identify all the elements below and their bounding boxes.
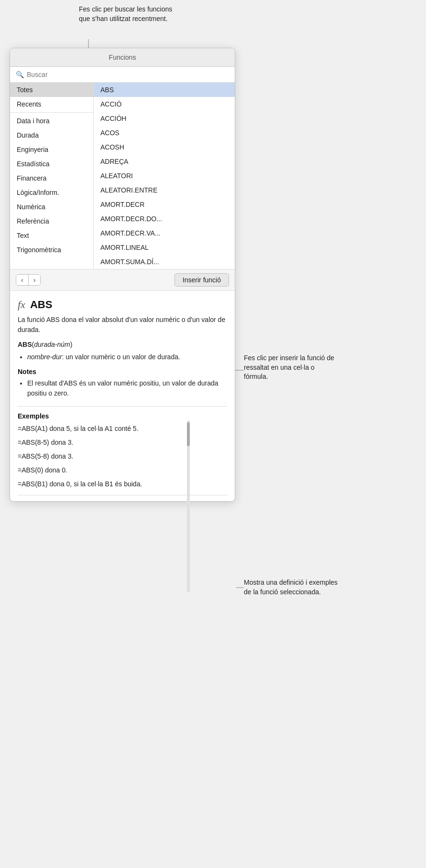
function-item-adreca[interactable]: ADREÇA (94, 154, 235, 169)
category-divider (10, 112, 93, 113)
nav-next-button[interactable]: › (29, 275, 41, 285)
functions-list: ABS ACCIÓ ACCIÓH ACOS ACOSH ADREÇA ALEAT… (94, 83, 235, 269)
search-bar: 🔍 (10, 67, 235, 83)
function-item-abs[interactable]: ABS (94, 83, 235, 97)
tooltip-insert-function: Fes clic per inserir la funció de ressal… (244, 354, 339, 382)
fx-param-name: nombre-dur (27, 353, 62, 361)
description-area: fx ABS La funció ABS dona el valor absol… (10, 291, 235, 501)
fx-param-item: nombre-dur: un valor numèric o un valor … (27, 352, 227, 362)
fx-param-desc: un valor numèric o un valor de durada. (66, 353, 180, 361)
fx-notes-list: El resultat d'ABS és un valor numèric po… (27, 378, 227, 398)
function-item-acosh[interactable]: ACOSH (94, 140, 235, 154)
category-item-totes[interactable]: Totes (10, 83, 93, 97)
scroll-thumb (187, 422, 190, 446)
category-item-estadistica[interactable]: Estadística (10, 157, 93, 171)
search-icon: 🔍 (16, 71, 24, 78)
fx-example-1: =ABS(8-5) dona 3. (18, 438, 227, 448)
insert-function-button[interactable]: Inserir funció (175, 273, 229, 287)
category-item-text[interactable]: Text (10, 228, 93, 243)
panel-toolbar: ‹ › Inserir funció (10, 269, 235, 291)
fx-bottom-divider (18, 495, 227, 495)
panel-title: Funcions (109, 54, 136, 61)
fx-syntax-name: ABS (18, 341, 32, 348)
fx-example-3: =ABS(0) dona 0. (18, 465, 227, 475)
category-item-financera[interactable]: Financera (10, 171, 93, 185)
fx-notes-title: Notes (18, 368, 227, 375)
fx-syntax: ABS(durada-núm) (18, 341, 227, 348)
function-item-aleatori[interactable]: ALEATORI (94, 169, 235, 183)
function-item-accioh[interactable]: ACCIÓH (94, 111, 235, 126)
function-item-amort-decr[interactable]: AMORT.DECR (94, 197, 235, 212)
fx-note-item: El resultat d'ABS és un valor numèric po… (27, 378, 227, 398)
fx-function-name: ABS (30, 299, 52, 311)
category-item-durada[interactable]: Durada (10, 128, 93, 142)
function-item-amort-decr-va[interactable]: AMORT.DECR.VA... (94, 226, 235, 240)
category-item-trigonometrica[interactable]: Trigonomètrica (10, 243, 93, 257)
category-item-referencia[interactable]: Referència (10, 214, 93, 228)
list-area: Totes Recents Data i hora Durada Enginye… (10, 83, 235, 269)
search-input[interactable] (27, 71, 229, 78)
fx-param-list: nombre-dur: un valor numèric o un valor … (27, 352, 227, 362)
fx-divider (18, 406, 227, 407)
category-list: Totes Recents Data i hora Durada Enginye… (10, 83, 94, 269)
fx-syntax-param: durada-núm (34, 341, 70, 348)
function-item-amort-decr-do[interactable]: AMORT.DECR.DO... (94, 212, 235, 226)
function-item-amort-lineal[interactable]: AMORT.LINEAL (94, 240, 235, 255)
category-item-numerica[interactable]: Numèrica (10, 200, 93, 214)
category-item-data-hora[interactable]: Data i hora (10, 114, 93, 128)
function-item-aleatori-entre[interactable]: ALEATORI.ENTRE (94, 183, 235, 197)
fx-title-row: fx ABS (18, 299, 227, 311)
scroll-indicator[interactable] (187, 420, 190, 592)
category-item-enginyeria[interactable]: Enginyeria (10, 142, 93, 157)
functions-panel: Funcions 🔍 Totes Recents Data i hora Dur… (10, 48, 235, 502)
fx-icon: fx (18, 299, 25, 311)
fx-example-0: =ABS(A1) dona 5, si la cel·la A1 conté 5… (18, 424, 227, 434)
fx-example-2: =ABS(5-8) dona 3. (18, 451, 227, 461)
tooltip-definition: Mostra una definició i exemples de la fu… (244, 578, 339, 597)
fx-example-4: =ABS(B1) dona 0, si la cel·la B1 és buid… (18, 479, 227, 489)
fx-description-text: La funció ABS dona el valor absolut d'un… (18, 315, 227, 335)
tooltip-recent-functions: Fes clic per buscar les funcions que s'h… (79, 5, 179, 23)
nav-prev-button[interactable]: ‹ (16, 275, 29, 285)
function-item-accio[interactable]: ACCIÓ (94, 97, 235, 111)
nav-buttons: ‹ › (16, 274, 41, 286)
category-item-recents[interactable]: Recents (10, 97, 93, 111)
category-item-logica[interactable]: Lògica/Inform. (10, 185, 93, 200)
fx-examples-title: Exemples (18, 412, 227, 420)
panel-header: Funcions (10, 48, 235, 67)
function-item-amort-suma[interactable]: AMORT.SUMA.DÍ... (94, 255, 235, 269)
function-item-acos[interactable]: ACOS (94, 126, 235, 140)
